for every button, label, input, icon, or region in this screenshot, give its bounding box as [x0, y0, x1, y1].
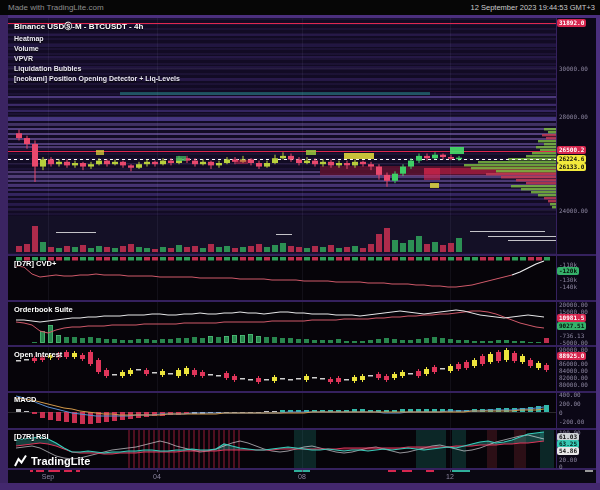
frame-border-top: [0, 15, 600, 18]
tradinglite-logo-text: TradingLite: [31, 455, 90, 467]
axis-tick: 0: [559, 409, 563, 416]
legend-item-liquidation-bubbles[interactable]: Liquidation Bubbles: [14, 65, 180, 72]
axis-tick: 200.00: [559, 400, 581, 407]
price-pill: -120k: [557, 267, 579, 275]
tradinglite-logo: TradingLite: [14, 454, 90, 467]
legend-item-position-detector[interactable]: [neokami] Position Opening Detector + Li…: [14, 75, 180, 82]
axis-tick: 400.00: [559, 391, 581, 398]
axis-tick: 84000.00: [559, 367, 588, 374]
chart-legend: Binance USDⓈ-M - BTCUSDT - 4h Heatmap Vo…: [14, 21, 180, 82]
price-pill: 26224.6: [557, 155, 586, 163]
orderbook-label[interactable]: Orderbook Suite: [14, 305, 73, 314]
time-label: Sep: [42, 473, 54, 480]
cvd-label[interactable]: [D7R] CVD+: [14, 259, 56, 268]
frame-border-left: [0, 15, 8, 490]
price-pill: 26500.2: [557, 146, 586, 154]
axis-tick: 82000.00: [559, 374, 588, 381]
legend-item-heatmap[interactable]: Heatmap: [14, 35, 180, 42]
axis-tick: -736.13: [559, 332, 584, 339]
price-pill: 31892.0: [557, 19, 586, 27]
axis-tick: -130k: [559, 276, 577, 283]
legend-item-vpvr[interactable]: VPVR: [14, 55, 180, 62]
clock-label: 12 September 2023 19:44:53 GMT+3: [471, 3, 595, 12]
frame-border-right: [596, 15, 600, 490]
axis-tick: 28000.00: [559, 113, 588, 120]
panel-resize-divider[interactable]: [8, 428, 598, 430]
macd-label[interactable]: MACD: [14, 395, 37, 404]
frame-border-bottom: [0, 483, 600, 490]
axis-tick: 20000.00: [559, 301, 588, 308]
tradinglite-app: Made with TradingLite.com 12 September 2…: [0, 0, 600, 490]
price-pill: 88925.0: [557, 352, 586, 360]
made-with-label: Made with TradingLite.com: [8, 3, 104, 12]
time-label: 08: [298, 473, 306, 480]
axis-tick: -140k: [559, 283, 577, 290]
axis-tick: -5000.00: [559, 339, 588, 346]
panel-resize-divider[interactable]: [8, 300, 598, 302]
rsi-label[interactable]: [D7R] RSI: [14, 432, 49, 441]
price-pill: 9027.51: [557, 322, 586, 330]
axis-tick: 20.00: [559, 456, 577, 463]
tradinglite-logo-icon: [14, 454, 27, 467]
legend-item-volume[interactable]: Volume: [14, 45, 180, 52]
panel-resize-divider[interactable]: [8, 468, 598, 470]
price-pill: 10981.5: [557, 314, 586, 322]
axis-tick: 30000.00: [559, 65, 588, 72]
axis-tick: -200.00: [559, 418, 584, 425]
panel-resize-divider[interactable]: [8, 254, 598, 256]
symbol-title[interactable]: Binance USDⓈ-M - BTCUSDT - 4h: [14, 21, 180, 32]
top-bar: Made with TradingLite.com 12 September 2…: [0, 0, 600, 15]
axis-tick: 80000.00: [559, 381, 588, 388]
time-label: 12: [446, 473, 454, 480]
panel-resize-divider[interactable]: [8, 391, 598, 393]
price-pill: 54.86: [557, 447, 579, 455]
axis-separator: [556, 18, 557, 470]
open-interest-label[interactable]: Open Interest: [14, 350, 62, 359]
axis-tick: 0: [559, 463, 563, 470]
price-pill: 26133.0: [557, 163, 586, 171]
panel-resize-divider[interactable]: [8, 345, 598, 347]
axis-tick: 24000.00: [559, 207, 588, 214]
axis-tick: 86000.00: [559, 360, 588, 367]
time-label: 04: [153, 473, 161, 480]
